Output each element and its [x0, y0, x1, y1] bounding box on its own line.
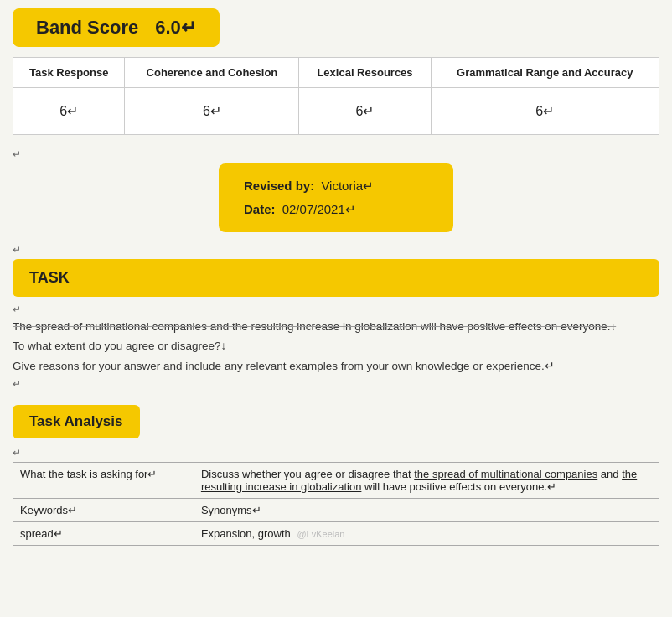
band-score-label: Band Score: [36, 17, 138, 39]
analysis-row-2: spread↵ Expansion, growth @LvKeelan: [13, 521, 659, 545]
task-line3: Give reasons for your answer and include…: [13, 358, 659, 375]
date-label: Date:: [244, 202, 276, 216]
analysis-table: What the task is asking for↵ Discuss whe…: [13, 462, 659, 546]
arrow-after-task: ↵: [13, 378, 659, 390]
task-line1: The spread of multinational companies an…: [13, 319, 659, 335]
underline-spread: the spread of multinational companies: [414, 468, 597, 480]
band-score-value: 6.0↵: [155, 17, 196, 39]
analysis-row-0: What the task is asking for↵ Discuss whe…: [13, 462, 659, 498]
col-header-grammatical: Grammatical Range and Accuracy: [431, 58, 659, 88]
analysis-left-1: Keywords↵: [13, 498, 194, 521]
analysis-right-0: Discuss whether you agree or disagree th…: [194, 462, 659, 498]
arrow-after-table: ↵: [13, 148, 659, 160]
task-header: TASK: [13, 259, 659, 297]
watermark: @LvKeelan: [297, 529, 344, 539]
score-lexical: 6↵: [299, 88, 431, 135]
col-header-lexical: Lexical Resources: [299, 58, 431, 88]
task-header-label: TASK: [29, 269, 70, 286]
score-task-response: 6↵: [13, 88, 125, 135]
analysis-left-2: spread↵: [13, 521, 194, 545]
date-row: Date: 02/07/2021↵: [244, 202, 428, 217]
expansion-growth: Expansion, growth: [201, 527, 291, 540]
task-analysis-label: Task Analysis: [29, 413, 123, 429]
revised-box: Revised by: Victoria↵ Date: 02/07/2021↵: [219, 163, 453, 232]
arrow-after-task-header: ↵: [13, 303, 659, 315]
arrow-after-analysis-header: ↵: [13, 447, 659, 459]
task-analysis-header: Task Analysis: [13, 405, 140, 438]
scores-table: Task Response Coherence and Cohesion Lex…: [13, 57, 659, 135]
revised-by-row: Revised by: Victoria↵: [244, 179, 428, 194]
analysis-row-1: Keywords↵ Synonyms↵: [13, 498, 659, 521]
analysis-left-0: What the task is asking for↵: [13, 462, 194, 498]
task-line2: To what extent do you agree or disagree?…: [13, 338, 659, 355]
band-score-box: Band Score 6.0↵: [13, 8, 220, 47]
col-header-coherence: Coherence and Cohesion: [125, 58, 299, 88]
band-score-section: Band Score 6.0↵: [13, 8, 659, 47]
revised-container: Revised by: Victoria↵ Date: 02/07/2021↵: [13, 163, 659, 232]
analysis-right-1: Synonyms↵: [194, 498, 659, 521]
score-coherence: 6↵: [125, 88, 299, 135]
revised-by-label: Revised by:: [244, 179, 314, 193]
revised-by-value: Victoria↵: [321, 179, 374, 193]
score-grammatical: 6↵: [431, 88, 659, 135]
analysis-right-2: Expansion, growth @LvKeelan: [194, 521, 659, 545]
col-header-task-response: Task Response: [13, 58, 125, 88]
arrow-after-revised: ↵: [13, 244, 659, 256]
date-value: 02/07/2021↵: [282, 202, 356, 216]
